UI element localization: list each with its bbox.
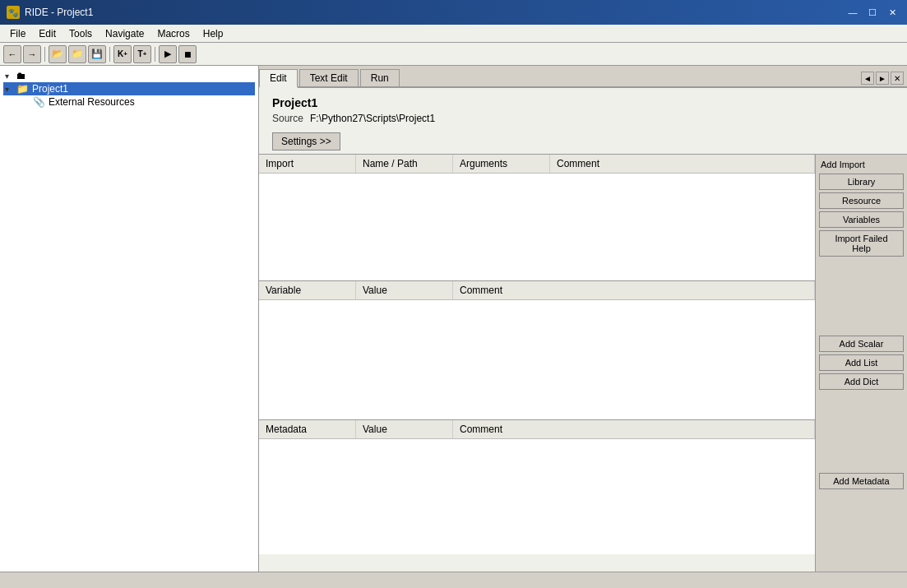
project-header: Project1 Source F:\Python27\Scripts\Proj… bbox=[259, 88, 907, 129]
right-side-buttons: Add Import Library Resource Variables Im… bbox=[815, 155, 907, 572]
library-button[interactable]: Library bbox=[819, 174, 904, 190]
variable-col-header: Variable bbox=[259, 281, 356, 299]
run-button[interactable]: ▶ bbox=[159, 45, 177, 63]
toolbar-separator2 bbox=[109, 47, 110, 62]
maximize-button[interactable]: ☐ bbox=[864, 4, 881, 21]
tree-arrow-project: ▾ bbox=[5, 85, 13, 94]
metadata-col-header: Metadata bbox=[259, 420, 356, 438]
tab-navigation: ◄ ► ✕ bbox=[858, 70, 907, 86]
tree-icon-root: 🖿 bbox=[16, 70, 26, 81]
settings-button[interactable]: Settings >> bbox=[272, 132, 340, 150]
main-scroll-area: Import Name / Path Arguments Comment bbox=[259, 155, 815, 572]
variable-table-header: Variable Value Comment bbox=[259, 281, 815, 300]
toolbar: ← → 📂 📁 💾 K+ T+ ▶ ⏹ bbox=[0, 43, 907, 66]
forward-button[interactable]: → bbox=[23, 45, 41, 63]
menu-navigate[interactable]: Navigate bbox=[99, 26, 150, 41]
import-section-body bbox=[259, 174, 815, 280]
stop-button[interactable]: ⏹ bbox=[178, 45, 197, 63]
save-button[interactable]: 💾 bbox=[88, 45, 106, 63]
source-path: F:\Python27\Scripts\Project1 bbox=[310, 113, 435, 124]
project-source: Source F:\Python27\Scripts\Project1 bbox=[272, 113, 894, 124]
import-failed-help-button[interactable]: Import Failed Help bbox=[819, 230, 904, 257]
metadata-section: Metadata Value Comment bbox=[259, 420, 815, 554]
metadata-section-content: Metadata Value Comment bbox=[259, 420, 815, 554]
import-spacer bbox=[819, 259, 904, 333]
project-title: Project1 bbox=[272, 96, 894, 109]
add-list-button[interactable]: Add List bbox=[819, 354, 904, 371]
window-controls: — ☐ ✕ bbox=[845, 4, 900, 21]
minimize-button[interactable]: — bbox=[845, 4, 861, 21]
status-bar bbox=[0, 572, 907, 588]
main-with-sidebar: Import Name / Path Arguments Comment bbox=[259, 155, 907, 572]
content-area: Project1 Source F:\Python27\Scripts\Proj… bbox=[259, 88, 907, 572]
left-panel: ▾ 🖿 ▾ 📁 Project1 📎 External Resources bbox=[0, 66, 259, 572]
import-table-header: Import Name / Path Arguments Comment bbox=[259, 155, 815, 174]
menu-tools[interactable]: Tools bbox=[62, 26, 99, 41]
metadata-table-header: Metadata Value Comment bbox=[259, 420, 815, 439]
toolbar-separator3 bbox=[155, 47, 155, 62]
metadata-section-body bbox=[259, 439, 815, 554]
variable-spacer bbox=[819, 392, 904, 470]
open-button[interactable]: 📂 bbox=[49, 45, 67, 63]
import-col-header: Import bbox=[259, 155, 356, 173]
import-section: Import Name / Path Arguments Comment bbox=[259, 155, 815, 281]
main-area: ▾ 🖿 ▾ 📁 Project1 📎 External Resources Ed… bbox=[0, 66, 907, 572]
keyword-button[interactable]: K+ bbox=[113, 45, 132, 63]
import-section-content: Import Name / Path Arguments Comment bbox=[259, 155, 815, 280]
tree-item-external-resources[interactable]: 📎 External Resources bbox=[20, 95, 255, 109]
tab-edit[interactable]: Edit bbox=[259, 69, 298, 88]
menu-macros[interactable]: Macros bbox=[150, 26, 196, 41]
meta-value-col-header: Value bbox=[356, 420, 453, 438]
variable-section: Variable Value Comment bbox=[259, 281, 815, 420]
resource-button[interactable]: Resource bbox=[819, 192, 904, 209]
tab-text-edit[interactable]: Text Edit bbox=[299, 69, 359, 86]
meta-comment-col-header: Comment bbox=[453, 420, 815, 438]
close-button[interactable]: ✕ bbox=[884, 4, 900, 21]
value-col-header: Value bbox=[356, 281, 453, 299]
tree-child-area: 📎 External Resources bbox=[20, 95, 255, 109]
tree-label-project1: Project1 bbox=[32, 83, 68, 95]
settings-bar: Settings >> bbox=[259, 129, 907, 155]
tab-nav-left[interactable]: ◄ bbox=[861, 72, 874, 85]
menu-file[interactable]: File bbox=[3, 26, 32, 41]
comment-col-header: Comment bbox=[550, 155, 815, 173]
title-bar: 🐾 RIDE - Project1 — ☐ ✕ bbox=[0, 0, 907, 25]
menu-edit[interactable]: Edit bbox=[32, 26, 62, 41]
add-import-label: Add Import bbox=[819, 158, 904, 171]
template-button[interactable]: T+ bbox=[133, 45, 151, 63]
arguments-col-header: Arguments bbox=[453, 155, 550, 173]
tree-arrow-root: ▾ bbox=[5, 72, 13, 81]
menu-bar: File Edit Tools Navigate Macros Help bbox=[0, 25, 907, 43]
variable-section-body bbox=[259, 300, 815, 419]
tree-label-external-resources: External Resources bbox=[49, 96, 135, 108]
menu-help[interactable]: Help bbox=[197, 26, 230, 41]
project-icon: 📁 bbox=[16, 83, 29, 95]
variables-button[interactable]: Variables bbox=[819, 211, 904, 228]
name-path-col-header: Name / Path bbox=[356, 155, 453, 173]
tab-nav-right[interactable]: ► bbox=[876, 72, 889, 85]
tree-root: ▾ 🖿 bbox=[3, 69, 255, 82]
variable-section-content: Variable Value Comment bbox=[259, 281, 815, 419]
window-title: RIDE - Project1 bbox=[25, 7, 93, 18]
add-scalar-button[interactable]: Add Scalar bbox=[819, 336, 904, 352]
toolbar-separator bbox=[44, 47, 45, 62]
external-resources-icon: 📎 bbox=[33, 96, 45, 108]
app-icon: 🐾 bbox=[7, 6, 20, 19]
source-label: Source bbox=[272, 113, 303, 124]
add-metadata-button[interactable]: Add Metadata bbox=[819, 473, 904, 489]
open-folder-button[interactable]: 📁 bbox=[68, 45, 86, 63]
back-button[interactable]: ← bbox=[3, 45, 21, 63]
title-bar-left: 🐾 RIDE - Project1 bbox=[7, 6, 93, 19]
tab-nav-close[interactable]: ✕ bbox=[891, 72, 904, 85]
var-comment-col-header: Comment bbox=[453, 281, 815, 299]
right-panel: Edit Text Edit Run ◄ ► ✕ Project1 Source… bbox=[259, 66, 907, 572]
tab-run[interactable]: Run bbox=[360, 69, 400, 86]
tab-bar: Edit Text Edit Run ◄ ► ✕ bbox=[259, 66, 907, 88]
tree-item-project1[interactable]: ▾ 📁 Project1 bbox=[3, 82, 255, 95]
add-dict-button[interactable]: Add Dict bbox=[819, 373, 904, 390]
